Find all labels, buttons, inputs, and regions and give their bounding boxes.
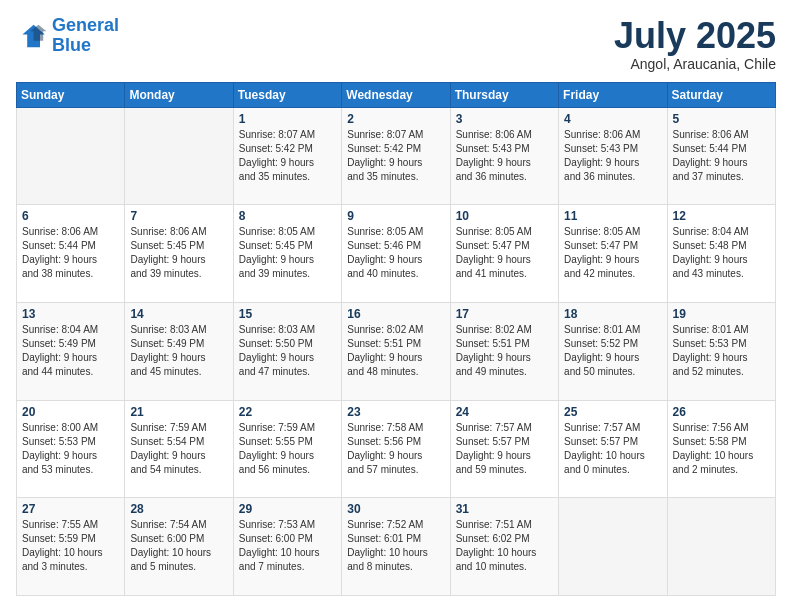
day-info: Sunrise: 8:01 AM Sunset: 5:53 PM Dayligh… <box>673 323 770 379</box>
day-info: Sunrise: 8:02 AM Sunset: 5:51 PM Dayligh… <box>347 323 444 379</box>
table-row <box>125 107 233 205</box>
table-row <box>559 498 667 596</box>
table-row: 5Sunrise: 8:06 AM Sunset: 5:44 PM Daylig… <box>667 107 775 205</box>
table-row: 18Sunrise: 8:01 AM Sunset: 5:52 PM Dayli… <box>559 302 667 400</box>
table-row: 19Sunrise: 8:01 AM Sunset: 5:53 PM Dayli… <box>667 302 775 400</box>
day-info: Sunrise: 7:59 AM Sunset: 5:54 PM Dayligh… <box>130 421 227 477</box>
day-info: Sunrise: 7:51 AM Sunset: 6:02 PM Dayligh… <box>456 518 553 574</box>
table-row: 28Sunrise: 7:54 AM Sunset: 6:00 PM Dayli… <box>125 498 233 596</box>
day-number: 11 <box>564 209 661 223</box>
calendar-week-row: 13Sunrise: 8:04 AM Sunset: 5:49 PM Dayli… <box>17 302 776 400</box>
table-row: 10Sunrise: 8:05 AM Sunset: 5:47 PM Dayli… <box>450 205 558 303</box>
day-number: 21 <box>130 405 227 419</box>
calendar-week-row: 6Sunrise: 8:06 AM Sunset: 5:44 PM Daylig… <box>17 205 776 303</box>
title-block: July 2025 Angol, Araucania, Chile <box>614 16 776 72</box>
table-row: 22Sunrise: 7:59 AM Sunset: 5:55 PM Dayli… <box>233 400 341 498</box>
day-info: Sunrise: 8:07 AM Sunset: 5:42 PM Dayligh… <box>347 128 444 184</box>
col-thursday: Thursday <box>450 82 558 107</box>
day-info: Sunrise: 7:56 AM Sunset: 5:58 PM Dayligh… <box>673 421 770 477</box>
day-info: Sunrise: 7:54 AM Sunset: 6:00 PM Dayligh… <box>130 518 227 574</box>
day-number: 10 <box>456 209 553 223</box>
day-number: 29 <box>239 502 336 516</box>
day-info: Sunrise: 8:06 AM Sunset: 5:43 PM Dayligh… <box>564 128 661 184</box>
table-row: 7Sunrise: 8:06 AM Sunset: 5:45 PM Daylig… <box>125 205 233 303</box>
table-row: 21Sunrise: 7:59 AM Sunset: 5:54 PM Dayli… <box>125 400 233 498</box>
day-number: 4 <box>564 112 661 126</box>
day-info: Sunrise: 8:06 AM Sunset: 5:45 PM Dayligh… <box>130 225 227 281</box>
day-info: Sunrise: 8:04 AM Sunset: 5:48 PM Dayligh… <box>673 225 770 281</box>
day-info: Sunrise: 7:55 AM Sunset: 5:59 PM Dayligh… <box>22 518 119 574</box>
table-row: 14Sunrise: 8:03 AM Sunset: 5:49 PM Dayli… <box>125 302 233 400</box>
day-number: 30 <box>347 502 444 516</box>
table-row: 23Sunrise: 7:58 AM Sunset: 5:56 PM Dayli… <box>342 400 450 498</box>
table-row: 15Sunrise: 8:03 AM Sunset: 5:50 PM Dayli… <box>233 302 341 400</box>
day-number: 28 <box>130 502 227 516</box>
day-info: Sunrise: 8:05 AM Sunset: 5:45 PM Dayligh… <box>239 225 336 281</box>
table-row: 1Sunrise: 8:07 AM Sunset: 5:42 PM Daylig… <box>233 107 341 205</box>
day-number: 9 <box>347 209 444 223</box>
day-info: Sunrise: 8:05 AM Sunset: 5:47 PM Dayligh… <box>564 225 661 281</box>
table-row: 2Sunrise: 8:07 AM Sunset: 5:42 PM Daylig… <box>342 107 450 205</box>
day-number: 22 <box>239 405 336 419</box>
day-info: Sunrise: 8:02 AM Sunset: 5:51 PM Dayligh… <box>456 323 553 379</box>
col-wednesday: Wednesday <box>342 82 450 107</box>
header: General Blue July 2025 Angol, Araucania,… <box>16 16 776 72</box>
logo-text: General Blue <box>52 16 119 56</box>
day-number: 5 <box>673 112 770 126</box>
table-row: 20Sunrise: 8:00 AM Sunset: 5:53 PM Dayli… <box>17 400 125 498</box>
day-info: Sunrise: 7:57 AM Sunset: 5:57 PM Dayligh… <box>564 421 661 477</box>
table-row: 11Sunrise: 8:05 AM Sunset: 5:47 PM Dayli… <box>559 205 667 303</box>
calendar-week-row: 20Sunrise: 8:00 AM Sunset: 5:53 PM Dayli… <box>17 400 776 498</box>
calendar-week-row: 1Sunrise: 8:07 AM Sunset: 5:42 PM Daylig… <box>17 107 776 205</box>
location-subtitle: Angol, Araucania, Chile <box>614 56 776 72</box>
table-row <box>667 498 775 596</box>
day-number: 31 <box>456 502 553 516</box>
day-number: 12 <box>673 209 770 223</box>
page: General Blue July 2025 Angol, Araucania,… <box>0 0 792 612</box>
table-row: 13Sunrise: 8:04 AM Sunset: 5:49 PM Dayli… <box>17 302 125 400</box>
table-row: 25Sunrise: 7:57 AM Sunset: 5:57 PM Dayli… <box>559 400 667 498</box>
day-number: 16 <box>347 307 444 321</box>
day-info: Sunrise: 8:05 AM Sunset: 5:46 PM Dayligh… <box>347 225 444 281</box>
table-row: 6Sunrise: 8:06 AM Sunset: 5:44 PM Daylig… <box>17 205 125 303</box>
day-info: Sunrise: 8:01 AM Sunset: 5:52 PM Dayligh… <box>564 323 661 379</box>
logo-icon <box>16 20 48 52</box>
day-info: Sunrise: 7:53 AM Sunset: 6:00 PM Dayligh… <box>239 518 336 574</box>
logo: General Blue <box>16 16 119 56</box>
table-row <box>17 107 125 205</box>
day-number: 1 <box>239 112 336 126</box>
day-number: 3 <box>456 112 553 126</box>
day-number: 27 <box>22 502 119 516</box>
day-number: 14 <box>130 307 227 321</box>
table-row: 12Sunrise: 8:04 AM Sunset: 5:48 PM Dayli… <box>667 205 775 303</box>
day-number: 6 <box>22 209 119 223</box>
day-info: Sunrise: 7:58 AM Sunset: 5:56 PM Dayligh… <box>347 421 444 477</box>
col-friday: Friday <box>559 82 667 107</box>
logo-line1: General <box>52 15 119 35</box>
table-row: 26Sunrise: 7:56 AM Sunset: 5:58 PM Dayli… <box>667 400 775 498</box>
day-info: Sunrise: 8:03 AM Sunset: 5:50 PM Dayligh… <box>239 323 336 379</box>
table-row: 17Sunrise: 8:02 AM Sunset: 5:51 PM Dayli… <box>450 302 558 400</box>
day-info: Sunrise: 7:57 AM Sunset: 5:57 PM Dayligh… <box>456 421 553 477</box>
day-number: 2 <box>347 112 444 126</box>
col-saturday: Saturday <box>667 82 775 107</box>
calendar-week-row: 27Sunrise: 7:55 AM Sunset: 5:59 PM Dayli… <box>17 498 776 596</box>
day-number: 24 <box>456 405 553 419</box>
day-info: Sunrise: 8:05 AM Sunset: 5:47 PM Dayligh… <box>456 225 553 281</box>
day-info: Sunrise: 8:06 AM Sunset: 5:44 PM Dayligh… <box>673 128 770 184</box>
day-info: Sunrise: 8:07 AM Sunset: 5:42 PM Dayligh… <box>239 128 336 184</box>
calendar-table: Sunday Monday Tuesday Wednesday Thursday… <box>16 82 776 596</box>
day-info: Sunrise: 7:52 AM Sunset: 6:01 PM Dayligh… <box>347 518 444 574</box>
day-info: Sunrise: 7:59 AM Sunset: 5:55 PM Dayligh… <box>239 421 336 477</box>
col-monday: Monday <box>125 82 233 107</box>
day-number: 23 <box>347 405 444 419</box>
table-row: 30Sunrise: 7:52 AM Sunset: 6:01 PM Dayli… <box>342 498 450 596</box>
calendar-header-row: Sunday Monday Tuesday Wednesday Thursday… <box>17 82 776 107</box>
day-number: 8 <box>239 209 336 223</box>
table-row: 24Sunrise: 7:57 AM Sunset: 5:57 PM Dayli… <box>450 400 558 498</box>
day-number: 7 <box>130 209 227 223</box>
col-tuesday: Tuesday <box>233 82 341 107</box>
day-number: 19 <box>673 307 770 321</box>
table-row: 9Sunrise: 8:05 AM Sunset: 5:46 PM Daylig… <box>342 205 450 303</box>
day-info: Sunrise: 8:04 AM Sunset: 5:49 PM Dayligh… <box>22 323 119 379</box>
